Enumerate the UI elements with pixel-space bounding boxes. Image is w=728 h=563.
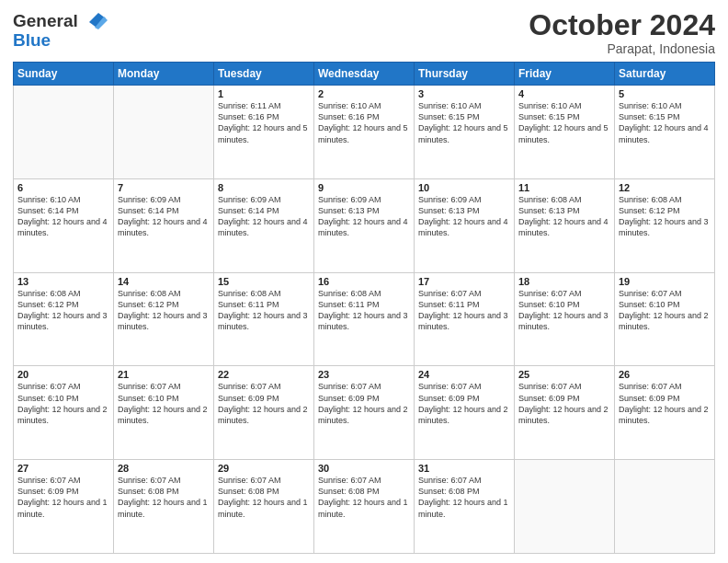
day-info: Sunrise: 6:10 AM Sunset: 6:15 PM Dayligh… xyxy=(518,100,610,145)
day-info: Sunrise: 6:08 AM Sunset: 6:11 PM Dayligh… xyxy=(318,288,410,333)
calendar-cell: 4Sunrise: 6:10 AM Sunset: 6:15 PM Daylig… xyxy=(515,86,615,179)
day-info: Sunrise: 6:07 AM Sunset: 6:11 PM Dayligh… xyxy=(418,288,510,333)
calendar-cell: 3Sunrise: 6:10 AM Sunset: 6:15 PM Daylig… xyxy=(415,86,515,179)
day-number: 24 xyxy=(418,369,510,380)
day-info: Sunrise: 6:10 AM Sunset: 6:15 PM Dayligh… xyxy=(418,100,510,145)
weekday-header-row: SundayMondayTuesdayWednesdayThursdayFrid… xyxy=(14,63,715,86)
weekday-header-friday: Friday xyxy=(515,63,615,86)
calendar-cell: 25Sunrise: 6:07 AM Sunset: 6:09 PM Dayli… xyxy=(515,366,615,460)
weekday-header-sunday: Sunday xyxy=(14,63,114,86)
logo-bird-icon xyxy=(80,9,108,31)
day-number: 9 xyxy=(318,182,410,193)
header: General Blue October 2024 Parapat, Indon… xyxy=(13,9,715,56)
day-info: Sunrise: 6:07 AM Sunset: 6:10 PM Dayligh… xyxy=(118,381,210,426)
day-number: 29 xyxy=(218,463,310,474)
calendar-cell: 30Sunrise: 6:07 AM Sunset: 6:08 PM Dayli… xyxy=(314,460,415,554)
calendar-cell: 1Sunrise: 6:11 AM Sunset: 6:16 PM Daylig… xyxy=(214,86,314,179)
calendar-cell: 20Sunrise: 6:07 AM Sunset: 6:10 PM Dayli… xyxy=(14,366,114,460)
day-info: Sunrise: 6:09 AM Sunset: 6:14 PM Dayligh… xyxy=(118,194,210,239)
logo-general: General xyxy=(13,11,78,30)
calendar-cell: 22Sunrise: 6:07 AM Sunset: 6:09 PM Dayli… xyxy=(214,366,314,460)
calendar-cell: 11Sunrise: 6:08 AM Sunset: 6:13 PM Dayli… xyxy=(515,178,615,272)
day-number: 15 xyxy=(218,276,310,287)
day-number: 31 xyxy=(418,463,510,474)
day-number: 20 xyxy=(17,369,109,380)
day-info: Sunrise: 6:07 AM Sunset: 6:08 PM Dayligh… xyxy=(318,475,410,520)
calendar-cell xyxy=(515,460,615,554)
day-number: 8 xyxy=(218,182,310,193)
day-number: 27 xyxy=(17,463,109,474)
day-info: Sunrise: 6:07 AM Sunset: 6:10 PM Dayligh… xyxy=(518,288,610,333)
title-area: October 2024 Parapat, Indonesia xyxy=(529,9,715,56)
day-number: 4 xyxy=(518,88,610,99)
day-number: 19 xyxy=(619,276,711,287)
day-info: Sunrise: 6:07 AM Sunset: 6:09 PM Dayligh… xyxy=(619,381,711,426)
calendar-cell: 17Sunrise: 6:07 AM Sunset: 6:11 PM Dayli… xyxy=(415,272,515,366)
day-number: 12 xyxy=(619,182,711,193)
location: Parapat, Indonesia xyxy=(529,41,715,56)
weekday-header-saturday: Saturday xyxy=(615,63,715,86)
day-number: 7 xyxy=(118,182,210,193)
day-info: Sunrise: 6:09 AM Sunset: 6:14 PM Dayligh… xyxy=(218,194,310,239)
day-number: 21 xyxy=(118,369,210,380)
day-number: 30 xyxy=(318,463,410,474)
calendar-cell: 10Sunrise: 6:09 AM Sunset: 6:13 PM Dayli… xyxy=(415,178,515,272)
day-info: Sunrise: 6:07 AM Sunset: 6:09 PM Dayligh… xyxy=(218,381,310,426)
calendar-cell: 14Sunrise: 6:08 AM Sunset: 6:12 PM Dayli… xyxy=(114,272,214,366)
day-info: Sunrise: 6:11 AM Sunset: 6:16 PM Dayligh… xyxy=(218,100,310,145)
day-number: 18 xyxy=(518,276,610,287)
day-number: 25 xyxy=(518,369,610,380)
calendar-cell: 29Sunrise: 6:07 AM Sunset: 6:08 PM Dayli… xyxy=(214,460,314,554)
calendar-cell: 13Sunrise: 6:08 AM Sunset: 6:12 PM Dayli… xyxy=(14,272,114,366)
calendar-cell: 16Sunrise: 6:08 AM Sunset: 6:11 PM Dayli… xyxy=(314,272,415,366)
logo: General Blue xyxy=(13,9,108,49)
day-info: Sunrise: 6:08 AM Sunset: 6:13 PM Dayligh… xyxy=(518,194,610,239)
calendar-cell: 26Sunrise: 6:07 AM Sunset: 6:09 PM Dayli… xyxy=(615,366,715,460)
day-info: Sunrise: 6:07 AM Sunset: 6:10 PM Dayligh… xyxy=(17,381,109,426)
calendar-cell: 23Sunrise: 6:07 AM Sunset: 6:09 PM Dayli… xyxy=(314,366,415,460)
day-info: Sunrise: 6:07 AM Sunset: 6:09 PM Dayligh… xyxy=(418,381,510,426)
calendar-cell: 5Sunrise: 6:10 AM Sunset: 6:15 PM Daylig… xyxy=(615,86,715,179)
day-info: Sunrise: 6:07 AM Sunset: 6:09 PM Dayligh… xyxy=(318,381,410,426)
calendar-cell: 7Sunrise: 6:09 AM Sunset: 6:14 PM Daylig… xyxy=(114,178,214,272)
day-info: Sunrise: 6:08 AM Sunset: 6:12 PM Dayligh… xyxy=(118,288,210,333)
calendar-cell: 31Sunrise: 6:07 AM Sunset: 6:08 PM Dayli… xyxy=(415,460,515,554)
calendar-cell: 8Sunrise: 6:09 AM Sunset: 6:14 PM Daylig… xyxy=(214,178,314,272)
day-info: Sunrise: 6:08 AM Sunset: 6:12 PM Dayligh… xyxy=(17,288,109,333)
day-number: 6 xyxy=(17,182,109,193)
day-info: Sunrise: 6:09 AM Sunset: 6:13 PM Dayligh… xyxy=(318,194,410,239)
weekday-header-monday: Monday xyxy=(114,63,214,86)
day-info: Sunrise: 6:10 AM Sunset: 6:15 PM Dayligh… xyxy=(619,100,711,145)
calendar-cell: 21Sunrise: 6:07 AM Sunset: 6:10 PM Dayli… xyxy=(114,366,214,460)
day-info: Sunrise: 6:07 AM Sunset: 6:08 PM Dayligh… xyxy=(118,475,210,520)
weekday-header-wednesday: Wednesday xyxy=(314,63,415,86)
calendar-cell: 24Sunrise: 6:07 AM Sunset: 6:09 PM Dayli… xyxy=(415,366,515,460)
calendar-cell: 15Sunrise: 6:08 AM Sunset: 6:11 PM Dayli… xyxy=(214,272,314,366)
calendar-cell: 28Sunrise: 6:07 AM Sunset: 6:08 PM Dayli… xyxy=(114,460,214,554)
day-info: Sunrise: 6:07 AM Sunset: 6:09 PM Dayligh… xyxy=(17,475,109,520)
calendar-cell xyxy=(14,86,114,179)
calendar-cell: 2Sunrise: 6:10 AM Sunset: 6:16 PM Daylig… xyxy=(314,86,415,179)
day-info: Sunrise: 6:09 AM Sunset: 6:13 PM Dayligh… xyxy=(418,194,510,239)
calendar-cell: 9Sunrise: 6:09 AM Sunset: 6:13 PM Daylig… xyxy=(314,178,415,272)
month-title: October 2024 xyxy=(529,9,715,41)
calendar-cell: 12Sunrise: 6:08 AM Sunset: 6:12 PM Dayli… xyxy=(615,178,715,272)
calendar-table: SundayMondayTuesdayWednesdayThursdayFrid… xyxy=(13,62,715,554)
day-number: 26 xyxy=(619,369,711,380)
day-info: Sunrise: 6:07 AM Sunset: 6:09 PM Dayligh… xyxy=(518,381,610,426)
day-number: 11 xyxy=(518,182,610,193)
calendar-cell: 6Sunrise: 6:10 AM Sunset: 6:14 PM Daylig… xyxy=(14,178,114,272)
weekday-header-tuesday: Tuesday xyxy=(214,63,314,86)
calendar-cell: 19Sunrise: 6:07 AM Sunset: 6:10 PM Dayli… xyxy=(615,272,715,366)
day-number: 14 xyxy=(118,276,210,287)
day-number: 28 xyxy=(118,463,210,474)
day-number: 22 xyxy=(218,369,310,380)
day-number: 17 xyxy=(418,276,510,287)
calendar-cell: 18Sunrise: 6:07 AM Sunset: 6:10 PM Dayli… xyxy=(515,272,615,366)
day-number: 5 xyxy=(619,88,711,99)
day-number: 13 xyxy=(17,276,109,287)
day-info: Sunrise: 6:08 AM Sunset: 6:12 PM Dayligh… xyxy=(619,194,711,239)
day-number: 1 xyxy=(218,88,310,99)
calendar-cell: 27Sunrise: 6:07 AM Sunset: 6:09 PM Dayli… xyxy=(14,460,114,554)
weekday-header-thursday: Thursday xyxy=(415,63,515,86)
